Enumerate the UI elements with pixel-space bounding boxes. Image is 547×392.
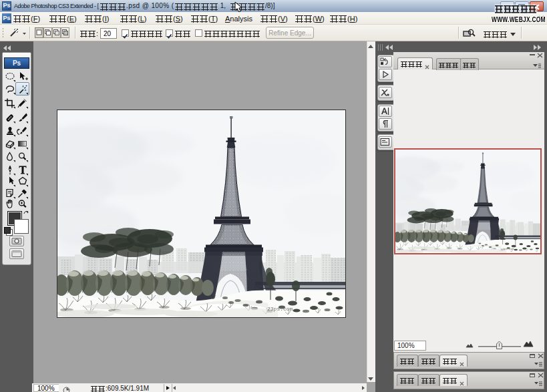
svg-text:23ps.com: 23ps.com [501,248,514,250]
svg-text:23ps.com: 23ps.com [267,306,293,312]
